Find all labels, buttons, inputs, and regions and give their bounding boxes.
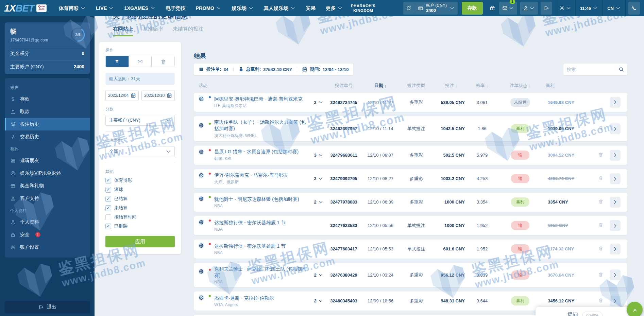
bet-type-select[interactable]: 全部 <box>105 146 175 157</box>
date-from-input[interactable]: 2022/12/04 <box>105 90 139 101</box>
table-row[interactable]: 阿德里安·奥耶特滋巴奇 - 迪诺·普利兹米克 ITF. 莫纳斯提尔站 2 324… <box>194 93 627 112</box>
logout-button[interactable]: 退出 <box>5 301 90 313</box>
deposit-button[interactable]: 存款 <box>462 2 483 15</box>
filter-checkbox[interactable]: 未结算 <box>105 205 175 211</box>
delete-bet-button[interactable] <box>597 175 605 183</box>
table-row[interactable]: 达拉斯独行侠 - 密尔沃基雄鹿 1 节 NBA 32477623533 12/1… <box>194 216 627 235</box>
apply-button[interactable]: 应用 <box>105 236 175 247</box>
expand-toggle[interactable]: 2 <box>311 199 326 205</box>
messages-button[interactable]: 1 <box>499 2 517 15</box>
site-logo[interactable]: 1XBET Qatar 2022 <box>0 3 50 14</box>
navbar-menu-item-1[interactable]: 体育博彩 <box>59 5 86 12</box>
checkbox[interactable] <box>105 196 111 202</box>
column-header-6[interactable]: 赔率↓ <box>470 83 495 89</box>
sidebar-item-邀请朋友[interactable]: 邀请朋友 <box>5 154 90 167</box>
tab-3[interactable]: 未结算的投注 <box>173 26 203 36</box>
navbar-menu-item-4[interactable]: 电子竞技 <box>166 5 185 12</box>
delete-button[interactable] <box>151 56 174 67</box>
filter-checkbox[interactable]: 滚球 <box>105 187 175 193</box>
navbar-menu-item-7[interactable]: 真人娱乐场 <box>264 5 296 12</box>
event-title[interactable]: 伊万·谢尔盖奇克 - 马赛尔·库马耶夫 <box>214 172 308 178</box>
event-title[interactable]: 昌原 LG 猎隼 - 水原音速彈 (包括加时赛) <box>214 148 308 155</box>
delete-bet-button[interactable] <box>597 222 605 230</box>
row-details-button[interactable] <box>610 150 621 161</box>
expand-toggle[interactable]: 2 <box>311 100 326 105</box>
filter-checkbox[interactable]: 体育博彩 <box>105 177 175 183</box>
column-header-3[interactable]: 日期↓ <box>361 83 400 89</box>
row-details-button[interactable] <box>610 173 621 184</box>
event-title[interactable]: 克利夫兰骑士 - 萨克拉门托国王队 (包括加时赛) <box>214 266 308 279</box>
filter-checkbox[interactable]: 按结算时间 <box>105 214 175 220</box>
row-details-button[interactable] <box>610 197 621 208</box>
delete-bet-button[interactable] <box>597 125 605 133</box>
expand-toggle[interactable]: 3 <box>311 153 326 158</box>
refresh-icon[interactable] <box>406 5 411 11</box>
delete-bet-button[interactable] <box>597 198 605 206</box>
search-input[interactable] <box>567 67 618 72</box>
navbar-menu-item-6[interactable]: 娱乐场 <box>232 5 254 12</box>
sidebar-item-个人资料[interactable]: 个人资料 <box>5 216 90 228</box>
filter-checkbox[interactable]: 已结算 <box>105 196 175 202</box>
sidebar-item-娱乐场VIP现金返还[interactable]: 娱乐场VIP现金返还 <box>5 167 90 179</box>
logout-button-top[interactable] <box>541 2 552 15</box>
search-icon[interactable] <box>618 67 624 72</box>
sidebar-item-安全[interactable]: 安全 ! <box>5 228 90 241</box>
filter-button[interactable] <box>106 56 129 67</box>
checkbox[interactable] <box>105 187 111 193</box>
row-details-button[interactable] <box>610 244 621 254</box>
row-details-button[interactable] <box>610 97 621 108</box>
expand-toggle[interactable]: 2 <box>311 176 326 181</box>
expand-toggle[interactable]: 2 <box>311 272 326 278</box>
event-title[interactable]: 犹他爵士 - 明尼苏达森林狼 (包括加时赛) <box>214 196 308 203</box>
navbar-menu-item-2[interactable]: LIVE <box>96 5 114 12</box>
tab-1[interactable]: 在网站上 <box>113 26 133 36</box>
time-dropdown[interactable]: 11:46 <box>577 5 601 11</box>
event-title[interactable]: 杰西卡·蓬谢 - 克拉拉·伯勒尔 <box>214 295 308 301</box>
checkbox[interactable] <box>105 214 111 220</box>
table-row[interactable]: 克利夫兰骑士 - 萨克拉门托国王队 (包括加时赛) NBA 2 32476380… <box>194 263 627 287</box>
profile-progress-ring[interactable]: 2/5 <box>70 27 86 42</box>
checkbox[interactable] <box>105 224 111 229</box>
filter-checkbox[interactable]: 已删除 <box>105 223 175 229</box>
gift-button[interactable] <box>487 5 498 11</box>
account-balance-dropdown[interactable]: 帐户 (CNY) 2400 <box>403 2 458 15</box>
sidebar-item-投注历史[interactable]: 投注历史 <box>5 118 90 130</box>
table-row[interactable]: 犹他爵士 - 明尼苏达森林狼 (包括加时赛) NBA 2 32477978083… <box>194 193 627 212</box>
row-details-button[interactable] <box>610 269 621 280</box>
column-header-1[interactable]: 活动 <box>199 83 326 89</box>
event-title[interactable]: 南边传单队（女子）- 汤斯维尔火力女篮 (包括加时赛) <box>214 119 308 132</box>
sidebar-item-取款[interactable]: 取款 <box>5 105 90 118</box>
tab-2[interactable]: 基准赔率 <box>143 26 163 36</box>
expand-toggle[interactable]: 2 <box>311 298 326 304</box>
table-row[interactable]: 昌原 LG 猎隼 - 水原音速彈 (包括加时赛) 韩国. KBL 3 32479… <box>194 146 627 165</box>
event-title[interactable]: 达拉斯独行侠 - 密尔沃基雄鹿 1 节 <box>214 220 308 226</box>
table-row[interactable]: 达拉斯独行侠 - 密尔沃基雄鹿 1 节 NBA 32477603417 12/1… <box>194 240 627 259</box>
settings-button[interactable] <box>557 5 574 11</box>
checkbox[interactable] <box>105 205 111 211</box>
phone-support-button[interactable] <box>628 2 640 15</box>
row-details-button[interactable] <box>610 220 621 231</box>
profile-button[interactable] <box>520 2 538 15</box>
row-details-button[interactable] <box>610 296 621 306</box>
delete-bet-button[interactable] <box>597 245 605 253</box>
mail-export-button[interactable] <box>129 56 152 67</box>
table-row[interactable]: 南边传单队（女子）- 汤斯维尔火力女篮 (包括加时赛) 澳大利亚锦标赛. WNB… <box>194 116 627 141</box>
row-details-button[interactable] <box>610 123 621 134</box>
navbar-menu-item-5[interactable]: PROMO <box>196 5 221 12</box>
sidebar-item-奖金和礼物[interactable]: 奖金和礼物 <box>5 179 90 192</box>
event-title[interactable]: 阿德里安·奥耶特滋巴奇 - 迪诺·普利兹米克 <box>214 96 308 102</box>
delete-bet-button[interactable] <box>597 297 605 305</box>
navbar-menu-item-9[interactable]: 更多 <box>326 5 343 12</box>
column-header-5[interactable]: 投注↓ <box>433 83 470 89</box>
sidebar-item-存款[interactable]: 存款 <box>5 93 90 105</box>
chat-fab-button[interactable] <box>627 302 643 316</box>
chat-widget[interactable]: 提问 on-line <box>536 307 634 316</box>
navbar-menu-item-8[interactable]: 宾果 <box>306 5 316 12</box>
date-to-input[interactable]: 2022/12/10 <box>141 90 175 101</box>
checkbox[interactable] <box>105 178 111 183</box>
sidebar-item-账户设置[interactable]: 账户设置 <box>5 241 90 253</box>
sidebar-item-客户支持[interactable]: 客户支持 <box>5 192 90 205</box>
sidebar-item-交易历史[interactable]: 交易历史 <box>5 130 90 143</box>
navbar-menu-item-3[interactable]: 1XGAMES <box>124 5 155 12</box>
event-title[interactable]: 达拉斯独行侠 - 密尔沃基雄鹿 1 节 <box>214 243 308 249</box>
